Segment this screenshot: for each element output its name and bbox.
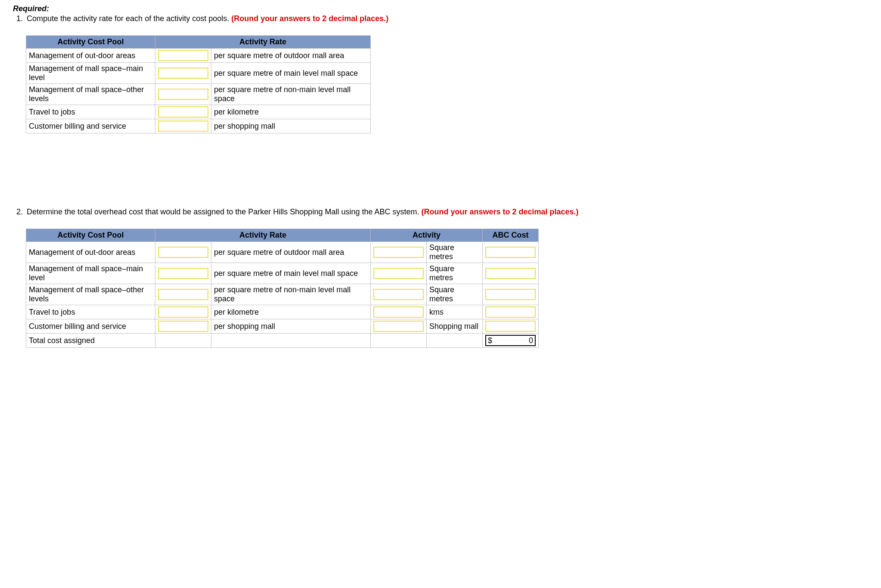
rate-input[interactable] — [158, 89, 208, 100]
rate-input[interactable] — [158, 321, 208, 332]
activity-unit-cell: kms — [427, 305, 483, 319]
rate-unit-cell: per square metre of outdoor mall area — [211, 49, 371, 63]
abc-cost-input[interactable] — [485, 268, 536, 279]
pool-cell: Management of mall space–other levels — [26, 84, 155, 105]
pool-cell: Management of mall space–other levels — [26, 284, 155, 305]
abc-cost-input[interactable] — [485, 306, 536, 318]
t2-header-activity: Activity — [371, 229, 483, 242]
abc-cost-table: Activity Cost Pool Activity Rate Activit… — [26, 229, 539, 348]
table-row: Customer billing and service per shoppin… — [26, 119, 371, 133]
rate-unit-cell: per shopping mall — [211, 119, 371, 133]
rate-input[interactable] — [158, 121, 208, 132]
question-2-text: Determine the total overhead cost that w… — [25, 207, 868, 217]
q1-plain: Compute the activity rate for each of th… — [27, 14, 231, 23]
t1-header-pool: Activity Cost Pool — [26, 36, 155, 49]
question-1-text: Compute the activity rate for each of th… — [25, 14, 868, 23]
activity-input[interactable] — [373, 321, 424, 332]
pool-cell: Travel to jobs — [26, 105, 155, 119]
activity-input[interactable] — [373, 306, 424, 318]
activity-unit-cell: Square metres — [427, 284, 483, 305]
table-row: Management of out-door areas per square … — [26, 242, 539, 263]
activity-unit-cell: Square metres — [427, 263, 483, 284]
q1-round-note: (Round your answers to 2 decimal places.… — [231, 14, 388, 23]
activity-input[interactable] — [373, 268, 424, 279]
pool-cell: Travel to jobs — [26, 305, 155, 319]
table-row: Customer billing and service per shoppin… — [26, 319, 539, 334]
rate-input[interactable] — [158, 68, 208, 79]
question-2-block: Determine the total overhead cost that w… — [13, 207, 868, 217]
table-row: Management of mall space–main level per … — [26, 263, 539, 284]
abc-cost-input[interactable] — [485, 247, 536, 258]
q2-round-note: (Round your answers to 2 decimal places.… — [422, 207, 579, 216]
table-row: Management of mall space–other levels pe… — [26, 84, 371, 105]
rate-unit-cell: per square metre of main level mall spac… — [211, 263, 371, 284]
rate-input[interactable] — [158, 268, 208, 279]
table-row: Travel to jobs per kilometre kms — [26, 305, 539, 319]
rate-input[interactable] — [158, 50, 208, 61]
rate-unit-cell: per shopping mall — [211, 319, 371, 334]
total-value: 0 — [529, 336, 533, 345]
table-row: Management of mall space–main level per … — [26, 63, 371, 84]
activity-rate-table: Activity Cost Pool Activity Rate Managem… — [26, 35, 371, 133]
table-row: Management of mall space–other levels pe… — [26, 284, 539, 305]
total-label: Total cost assigned — [26, 334, 155, 348]
pool-cell: Management of mall space–main level — [26, 63, 155, 84]
rate-unit-cell: per square metre of main level mall spac… — [211, 63, 371, 84]
currency-symbol: $ — [488, 336, 492, 345]
activity-input[interactable] — [373, 247, 424, 258]
total-row: Total cost assigned $ 0 — [26, 334, 539, 348]
rate-unit-cell: per square metre of outdoor mall area — [211, 242, 371, 263]
rate-unit-cell: per kilometre — [211, 305, 371, 319]
rate-input[interactable] — [158, 306, 208, 318]
pool-cell: Management of out-door areas — [26, 49, 155, 63]
abc-total-cell: $ 0 — [485, 335, 536, 346]
activity-input[interactable] — [373, 289, 424, 300]
t2-header-rate: Activity Rate — [155, 229, 371, 242]
activity-unit-cell: Square metres — [427, 242, 483, 263]
table-row: Travel to jobs per kilometre — [26, 105, 371, 119]
rate-input[interactable] — [158, 247, 208, 258]
pool-cell: Customer billing and service — [26, 119, 155, 133]
q2-plain: Determine the total overhead cost that w… — [27, 207, 422, 216]
t1-header-rate: Activity Rate — [155, 36, 371, 49]
pool-cell: Management of out-door areas — [26, 242, 155, 263]
t2-header-pool: Activity Cost Pool — [26, 229, 155, 242]
rate-unit-cell: per square metre of non-main level mall … — [211, 284, 371, 305]
required-label: Required: — [13, 4, 49, 13]
rate-unit-cell: per square metre of non-main level mall … — [211, 84, 371, 105]
table-row: Management of out-door areas per square … — [26, 49, 371, 63]
pool-cell: Management of mall space–main level — [26, 263, 155, 284]
activity-unit-cell: Shopping mall — [427, 319, 483, 334]
rate-input[interactable] — [158, 106, 208, 118]
t2-header-abc: ABC Cost — [483, 229, 539, 242]
pool-cell: Customer billing and service — [26, 319, 155, 334]
rate-unit-cell: per kilometre — [211, 105, 371, 119]
abc-cost-input[interactable] — [485, 321, 536, 332]
question-1-block: Required: Compute the activity rate for … — [13, 4, 868, 23]
abc-cost-input[interactable] — [485, 289, 536, 300]
rate-input[interactable] — [158, 289, 208, 300]
